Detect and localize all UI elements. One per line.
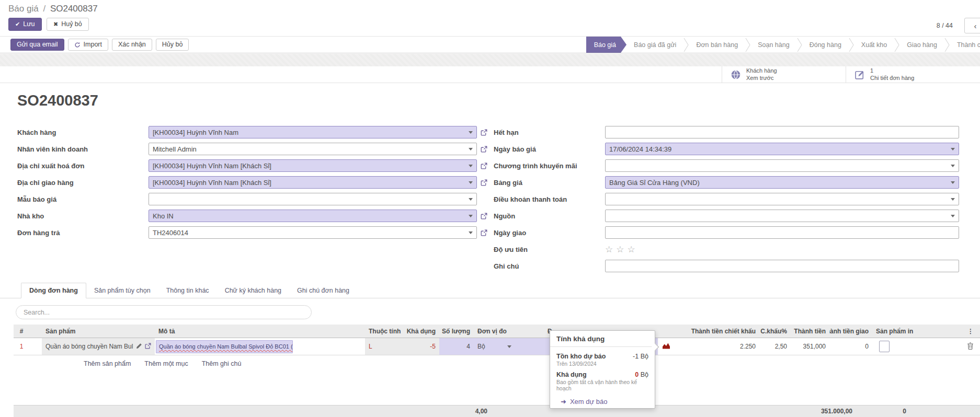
- chevron-separator-icon: [683, 37, 689, 53]
- smart-button-box: Khách hàng Xem trước 1 Chi tiết đơn hàng: [0, 66, 980, 83]
- chevron-separator-icon: [745, 37, 750, 53]
- forecast-date: Trên 13/09/2024: [556, 361, 648, 367]
- promotion-field[interactable]: [605, 159, 959, 172]
- priority-stars[interactable]: ☆ ☆ ☆: [605, 244, 635, 255]
- delivery-address-field[interactable]: [KH00034] Huỳnh Vĩnh Nam [Khách Sỉ]: [149, 176, 477, 189]
- col-header-handle: [29, 325, 42, 338]
- tab-order-lines[interactable]: Dòng đơn hàng: [21, 283, 86, 298]
- external-link-icon[interactable]: [477, 179, 491, 186]
- row-drag-handle[interactable]: [29, 338, 42, 355]
- import-button[interactable]: Import: [68, 39, 108, 51]
- discount-pct-cell[interactable]: 2,50: [759, 338, 791, 355]
- salesperson-field[interactable]: Mitchell Admin: [149, 143, 477, 155]
- stage-picking[interactable]: Soạn hàng: [750, 37, 796, 53]
- chevron-down-icon: [469, 131, 473, 134]
- quote-date-field[interactable]: 17/06/2024 14:34:39: [605, 143, 959, 155]
- tab-customer-signature[interactable]: Chữ ký khách hàng: [217, 283, 289, 298]
- col-header-index[interactable]: #: [14, 325, 29, 338]
- discard-button[interactable]: ✖ Huỷ bỏ: [47, 18, 89, 31]
- save-button[interactable]: ✔ Lưu: [8, 18, 42, 31]
- description-input[interactable]: Quần áo bóng chuyền Nam Bulbal Spivol Đỏ…: [156, 340, 293, 353]
- col-header-available[interactable]: Khả dụng: [405, 325, 439, 338]
- pricelist-field[interactable]: Bảng Giá Sỉ Cửa Hàng (VND): [605, 176, 959, 189]
- trash-icon[interactable]: [967, 342, 974, 351]
- stage-outgoing[interactable]: Xuất kho: [854, 37, 894, 53]
- stage-quotation-sent[interactable]: Báo giá đã gửi: [626, 37, 683, 53]
- forecast-chart-icon[interactable]: [662, 342, 670, 352]
- col-header-quantity[interactable]: Số lượng: [439, 325, 474, 338]
- description-cell[interactable]: Quần áo bóng chuyền Nam Bulbal Spivol Đỏ…: [155, 338, 365, 355]
- chevron-down-icon: [469, 165, 473, 167]
- customer-field[interactable]: [KH00034] Huỳnh Vĩnh Nam: [149, 126, 477, 138]
- chevron-down-icon: [507, 345, 511, 348]
- col-header-discount-pct[interactable]: C.khấu%: [759, 325, 791, 338]
- source-field[interactable]: [605, 210, 959, 222]
- stage-packing[interactable]: Đóng hàng: [802, 37, 849, 53]
- stage-quotation[interactable]: Báo giá: [586, 37, 626, 53]
- col-header-description[interactable]: Mô tả: [155, 325, 365, 338]
- field-row-quote-template: Mẫu báo giá: [17, 191, 491, 207]
- tab-optional-products[interactable]: Sản phẩm tùy chọn: [86, 283, 158, 298]
- tab-other-info[interactable]: Thông tin khác: [158, 283, 217, 298]
- add-product-link[interactable]: Thêm sản phẩm: [84, 360, 131, 367]
- star-icon[interactable]: ☆: [616, 244, 624, 255]
- star-icon[interactable]: ☆: [628, 244, 635, 255]
- add-section-link[interactable]: Thêm một mục: [144, 360, 188, 367]
- col-header-product[interactable]: Sản phẩm: [42, 325, 155, 338]
- available-note: Bao gồm tất cả vận hành theo kế hoạch: [556, 379, 648, 391]
- expiration-field[interactable]: [605, 126, 959, 138]
- product-print-checkbox[interactable]: [879, 341, 890, 352]
- add-note-link[interactable]: Thêm ghi chú: [202, 360, 242, 367]
- record-pager: 8 / 44: [937, 22, 953, 29]
- confirm-button[interactable]: Xác nhận: [112, 39, 152, 51]
- payment-terms-field[interactable]: [605, 193, 959, 205]
- chevron-separator-icon: [797, 37, 802, 53]
- return-order-field[interactable]: TH2406014: [149, 226, 477, 239]
- field-column-right: Hết hạn Ngày báo giá 17/06/2024 14:34:39…: [494, 124, 959, 274]
- smart-button-line1: Khách hàng: [746, 67, 777, 75]
- warehouse-field[interactable]: Kho IN: [149, 210, 477, 222]
- pencil-icon[interactable]: [136, 343, 142, 351]
- external-link-icon[interactable]: [477, 229, 491, 236]
- external-link-icon[interactable]: [477, 129, 491, 136]
- stage-done[interactable]: Thành cô: [950, 37, 980, 53]
- col-header-delivered[interactable]: Thành tiền giao: [829, 325, 872, 338]
- field-column-left: Khách hàng [KH00034] Huỳnh Vĩnh Nam Nhân…: [17, 124, 491, 274]
- search-input[interactable]: [16, 305, 312, 319]
- breadcrumb-section-link[interactable]: Báo giá: [8, 4, 39, 14]
- star-icon[interactable]: ☆: [605, 244, 613, 255]
- external-link-icon[interactable]: [477, 163, 491, 169]
- col-header-discount-amount[interactable]: Thành tiền chiết khấu: [675, 325, 759, 338]
- send-email-button[interactable]: Gửi qua email: [10, 39, 64, 51]
- field-row-promotion: Chương trình khuyến mãi: [494, 157, 959, 174]
- optional-columns-toggle-icon[interactable]: ⋮: [921, 325, 980, 338]
- col-header-attribute[interactable]: Thuộc tính: [365, 325, 405, 338]
- customer-preview-button[interactable]: Khách hàng Xem trước: [722, 66, 846, 83]
- tab-order-notes[interactable]: Ghi chú đơn hàng: [289, 283, 357, 298]
- invoice-address-field[interactable]: [KH00034] Huỳnh Vĩnh Nam [Khách Sỉ]: [149, 159, 477, 172]
- quote-template-field[interactable]: [149, 193, 477, 205]
- view-forecast-link[interactable]: ➜ Xem dự báo: [561, 398, 648, 406]
- forecast-cell: [658, 338, 675, 355]
- chevron-separator-icon: [849, 37, 854, 53]
- price-cell-fragment[interactable]: [515, 338, 544, 355]
- pager-previous-button[interactable]: ‹: [964, 18, 980, 33]
- uom-cell[interactable]: Bộ: [474, 338, 515, 355]
- external-link-icon[interactable]: [145, 343, 151, 351]
- note-field[interactable]: [605, 260, 959, 272]
- quantity-cell[interactable]: 4: [439, 338, 474, 355]
- external-link-icon[interactable]: [477, 213, 491, 219]
- external-link-icon[interactable]: [477, 146, 491, 153]
- col-header-print[interactable]: Sản phẩm in: [872, 325, 921, 338]
- stage-sale-order[interactable]: Đơn bán hàng: [689, 37, 745, 53]
- cancel-button[interactable]: Hủy bỏ: [156, 39, 189, 51]
- order-details-button[interactable]: 1 Chi tiết đơn hàng: [846, 66, 980, 83]
- refresh-icon: [74, 42, 81, 48]
- col-header-uom[interactable]: Đơn vị đo: [474, 325, 515, 338]
- total-quantity: 4,00: [475, 408, 487, 415]
- discount-amount-cell[interactable]: 2.250: [675, 338, 759, 355]
- delivery-date-field[interactable]: [605, 226, 959, 239]
- chevron-down-icon: [951, 181, 955, 184]
- stage-delivery[interactable]: Giao hàng: [899, 37, 944, 53]
- col-header-subtotal[interactable]: Thành tiền: [791, 325, 829, 338]
